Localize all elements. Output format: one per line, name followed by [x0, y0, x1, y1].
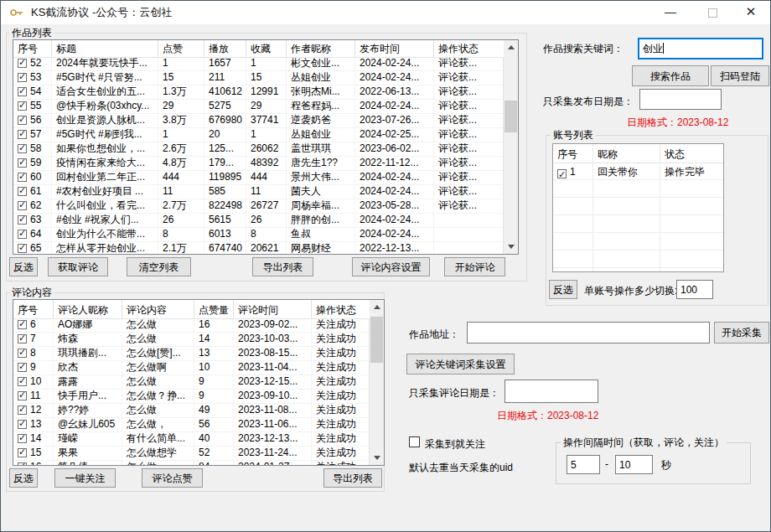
table-row[interactable]: ✓13@幺妹儿605怎么做，562023-11-06...关注成功 [13, 418, 370, 432]
column-header[interactable]: 状态 [660, 144, 723, 163]
column-header[interactable]: 昵称 [593, 144, 660, 163]
row-checkbox[interactable]: ✓ [18, 130, 27, 139]
column-header[interactable]: 序号 [553, 144, 593, 163]
table-row[interactable]: ✓15果果怎么做想学522023-11-24...关注成功 [13, 447, 370, 461]
table-row[interactable]: ✓61#农村创业好项目 ...1158511菌夫人2024-02-24...评论… [13, 185, 504, 199]
scrollbar-thumb[interactable] [505, 101, 517, 132]
table-row[interactable]: ✓57#5G时代 #刷到我...1201丛姐创业2024-02-25...评论获… [13, 128, 504, 142]
row-checkbox[interactable]: ✓ [18, 462, 27, 465]
row-checkbox[interactable]: ✓ [18, 230, 27, 239]
comment-like-button[interactable]: 评论点赞 [142, 468, 203, 488]
fetch-comments-button[interactable]: 获取评论 [48, 257, 108, 276]
row-checkbox[interactable]: ✓ [18, 244, 27, 253]
search-works-button[interactable]: 搜索作品 [632, 65, 709, 86]
accounts-invert-select-button[interactable]: 反选 [549, 280, 577, 299]
table-row[interactable]: ✓55@快手粉条(03xhcy...29527529程爸程妈...2024-02… [13, 100, 504, 114]
table-row[interactable]: ✓64创业为什么不能带...860138鱼叔2024-02-24... [13, 228, 504, 242]
row-checkbox[interactable]: ✓ [18, 448, 27, 457]
column-header[interactable]: 收藏 [246, 40, 287, 57]
scrollbar-down-icon[interactable] [370, 451, 384, 465]
scrollbar-thumb[interactable] [370, 317, 383, 363]
minimize-button[interactable]: — [656, 1, 685, 24]
table-row[interactable] [553, 251, 723, 268]
comment-content-settings-button[interactable]: 评论内容设置 [352, 257, 430, 276]
table-row[interactable]: ✓59疫情闲在家来给大...4.8万179...48392唐先生1??2022-… [13, 157, 504, 171]
table-row[interactable]: ✓522024年就要玩快手...116571彬文创业...2024-02-24.… [13, 57, 504, 71]
column-header[interactable]: 评论人昵称 [54, 300, 122, 318]
column-header[interactable]: 标题 [52, 40, 158, 57]
table-row[interactable]: ✓60回村创业第二年正...444119895444景州大伟...2024-02… [13, 171, 504, 185]
row-checkbox[interactable]: ✓ [18, 420, 27, 429]
table-row[interactable]: ✓56创业是资源人脉机...3.8万67698037741逆袭奶爸2023-07… [13, 114, 504, 128]
follow-on-collect-checkbox[interactable] [409, 436, 420, 447]
row-checkbox[interactable]: ✓ [18, 173, 27, 182]
table-row[interactable]: ✓58如果你也想创业，...2.6万125...26062盖世琪琪2023-06… [13, 142, 504, 157]
column-header[interactable]: 播放 [204, 40, 246, 57]
row-checkbox[interactable]: ✓ [18, 377, 27, 386]
row-checkbox[interactable]: ✓ [18, 144, 27, 153]
table-row[interactable] [553, 180, 723, 198]
column-header[interactable]: 点赞 [158, 40, 204, 57]
column-header[interactable]: 序号 [13, 300, 54, 318]
table-row[interactable]: ✓9欣杰怎么做啊102023-11-04...关注成功 [13, 361, 370, 375]
row-checkbox[interactable]: ✓ [18, 87, 27, 96]
publish-date-input[interactable] [639, 89, 722, 110]
interval-min-input[interactable]: 5 [567, 455, 600, 474]
column-header[interactable]: 发布时间 [355, 40, 434, 57]
column-header[interactable]: 评论内容 [122, 300, 194, 318]
table-row[interactable]: ✓1回关带你操作完毕 [553, 163, 723, 180]
one-key-follow-button[interactable]: 一键关注 [54, 468, 116, 488]
column-header[interactable]: 操作状态 [312, 300, 370, 318]
works-scrollbar[interactable] [503, 40, 518, 254]
works-export-list-button[interactable]: 导出列表 [252, 257, 313, 276]
maximize-button[interactable] [698, 1, 727, 24]
row-checkbox[interactable]: ✓ [18, 201, 27, 210]
qr-login-button[interactable]: 扫码登陆 [711, 65, 769, 86]
column-header[interactable]: 序号 [13, 40, 52, 57]
table-row[interactable]: ✓7炜森怎么做142023-10-03...关注成功 [13, 333, 370, 347]
row-checkbox[interactable]: ✓ [18, 434, 27, 443]
table-row[interactable]: ✓63#创业 #祝家人们...26561526胖胖的创...2024-02-24… [13, 214, 504, 228]
row-checkbox[interactable]: ✓ [18, 334, 27, 343]
row-checkbox[interactable]: ✓ [18, 363, 27, 372]
column-header[interactable]: 评论时间 [234, 300, 312, 318]
column-header[interactable]: 点赞量 [194, 300, 234, 318]
row-checkbox[interactable]: ✓ [18, 391, 27, 400]
row-checkbox[interactable]: ✓ [18, 158, 27, 168]
table-row[interactable]: ✓62什么叫创业，看完...2.7万82249826727周杨幸福...2023… [13, 199, 504, 214]
search-keyword-input[interactable]: 创业 [638, 38, 763, 59]
table-row[interactable] [553, 233, 723, 251]
clear-list-button[interactable]: 清空列表 [127, 257, 191, 276]
column-header[interactable]: 作者昵称 [287, 40, 355, 57]
table-row[interactable] [553, 198, 723, 215]
scrollbar-up-icon[interactable] [504, 40, 518, 54]
comment-keyword-settings-button[interactable]: 评论关键词采集设置 [406, 354, 515, 374]
table-row[interactable]: ✓6AO娜娜怎么做162023-09-02...关注成功 [13, 318, 370, 333]
comment-date-input[interactable] [505, 380, 598, 403]
table-row[interactable]: ✓65怎样从零开始创业...2.1万67474020621网易财经2022-12… [13, 242, 504, 254]
scrollbar-down-icon[interactable] [504, 240, 518, 254]
start-comment-button[interactable]: 开始评论 [444, 257, 505, 276]
close-button[interactable]: ✕ [737, 1, 765, 24]
row-checkbox[interactable]: ✓ [18, 349, 27, 358]
table-row[interactable]: ✓16第凡倩怎么做842024-01-27...关注成功 [13, 461, 370, 465]
column-header[interactable]: 操作状态 [434, 40, 504, 57]
comments-scrollbar[interactable] [369, 300, 384, 465]
table-row[interactable]: ✓10露露怎么做92023-12-15...关注成功 [13, 375, 370, 390]
table-row[interactable]: ✓11快手用户...怎么做？挣...92023-09-10...关注成功 [13, 390, 370, 404]
row-checkbox[interactable]: ✓ [18, 116, 27, 125]
row-checkbox[interactable]: ✓ [18, 59, 27, 68]
table-row[interactable]: ✓54适合女生创业的五...1.3万41061212991张明杰Mi...202… [13, 85, 504, 100]
row-checkbox[interactable]: ✓ [18, 101, 27, 111]
comments-invert-select-button[interactable]: 反选 [9, 468, 38, 488]
table-row[interactable] [553, 215, 723, 233]
table-row[interactable]: ✓14瑾嵘有什么简单...402023-12-13...关注成功 [13, 432, 370, 447]
interval-max-input[interactable]: 10 [615, 455, 653, 474]
table-row[interactable]: ✓53#5G时代 #只管努...1521115丛姐创业2024-02-24...… [13, 71, 504, 85]
start-collect-button[interactable]: 开始采集 [714, 322, 769, 343]
row-checkbox[interactable]: ✓ [18, 73, 27, 82]
scrollbar-up-icon[interactable] [370, 300, 384, 314]
table-row[interactable]: ✓12婷??婷怎么做492023-11-08...关注成功 [13, 404, 370, 418]
account-switch-input[interactable]: 100 [676, 280, 713, 299]
works-invert-select-button[interactable]: 反选 [9, 257, 38, 276]
